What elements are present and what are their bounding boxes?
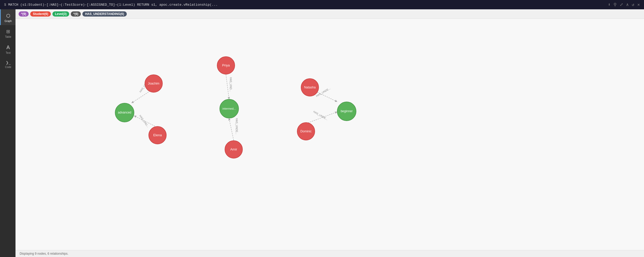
collapse-icon[interactable]: ∧: [626, 2, 629, 7]
sidebar-item-text[interactable]: A Text: [0, 41, 15, 57]
sidebar-label-code: Code: [5, 66, 11, 69]
top-bar-actions: ⬇ ⚲ ⤢ ∧ ↺ ✕: [608, 2, 640, 7]
tag-has-understanding[interactable]: HAS_UNDERSTANDING(6): [82, 11, 127, 17]
graph-icon: ⬡: [6, 13, 10, 19]
sidebar-item-code[interactable]: ❯_ Code: [0, 57, 15, 71]
table-icon: ⊞: [6, 29, 10, 34]
graph-canvas: HAS_UND... HAS_UND... HAS_UND... HAS_UND…: [15, 19, 644, 250]
sidebar-label-text: Text: [6, 51, 10, 54]
edge-label-elena-advanced: HAS_UND...: [139, 114, 149, 128]
close-icon[interactable]: ✕: [637, 2, 640, 7]
node-joachim[interactable]: Joachim: [145, 74, 163, 93]
graph-svg: [15, 19, 644, 250]
node-natasha[interactable]: Natasha: [301, 78, 319, 96]
node-dominic[interactable]: Dominic: [297, 122, 315, 140]
main-area: ⬡ Graph ⊞ Table A Text ❯_ Code *(9) Stud…: [0, 9, 644, 257]
top-bar: $ MATCH (s1:Student)-[:HAS]→(:TestScore)…: [0, 0, 644, 9]
sidebar-label-graph: Graph: [5, 20, 12, 22]
text-icon: A: [6, 44, 10, 50]
content-area: *(9) Student(6) Level(3) *(6) HAS_UNDERS…: [15, 9, 644, 257]
status-text: Displaying 9 nodes, 6 relationships.: [20, 252, 68, 255]
svg-line-1: [229, 118, 234, 140]
node-beginner[interactable]: beginner: [337, 102, 356, 121]
node-priya[interactable]: Priya: [217, 56, 235, 74]
status-bar: Displaying 9 nodes, 6 relationships.: [15, 250, 644, 257]
node-advanced[interactable]: advanced: [115, 103, 134, 122]
node-intermed[interactable]: intermed...: [219, 99, 239, 118]
node-amir[interactable]: Amir: [225, 140, 243, 158]
tag-all-nodes[interactable]: *(9): [19, 11, 29, 17]
edge-label-priya-intermed: HAS_UND...: [229, 77, 232, 92]
tag-level[interactable]: Level(3): [52, 11, 69, 17]
expand-icon[interactable]: ⤢: [620, 2, 623, 7]
dollar-sign: $: [4, 3, 6, 7]
node-elena[interactable]: Elena: [148, 126, 167, 144]
tags-bar: *(9) Student(6) Level(3) *(6) HAS_UNDERS…: [15, 9, 644, 19]
sidebar-item-table[interactable]: ⊞ Table: [0, 25, 15, 41]
tag-student[interactable]: Student(6): [30, 11, 51, 17]
code-icon: ❯_: [6, 61, 11, 65]
sidebar-label-table: Table: [5, 35, 11, 38]
edge-label-dominic-beginner: HAS_UNDE...: [313, 110, 328, 121]
svg-line-0: [226, 74, 229, 99]
download-icon[interactable]: ⬇: [608, 2, 610, 7]
query-text: MATCH (s1:Student)-[:HAS]→(:TestScore)-[…: [8, 3, 606, 7]
pin-icon[interactable]: ⚲: [614, 2, 617, 7]
refresh-icon[interactable]: ↺: [632, 2, 634, 7]
edge-label-amir-intermed: HAS_UNDE...: [235, 118, 238, 134]
tag-all-rels[interactable]: *(6): [71, 11, 81, 17]
sidebar: ⬡ Graph ⊞ Table A Text ❯_ Code: [0, 9, 15, 257]
sidebar-item-graph[interactable]: ⬡ Graph: [0, 9, 15, 25]
